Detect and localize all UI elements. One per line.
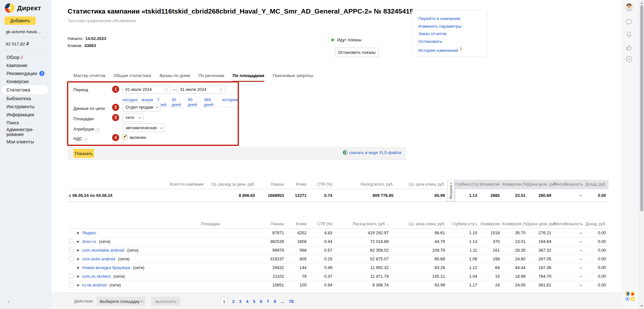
link-go-to-campaign[interactable]: Перейти в кампанию — [418, 15, 481, 23]
play-circle-icon[interactable] — [625, 55, 633, 63]
page-link[interactable]: 3 — [239, 299, 242, 304]
expand-row-icon[interactable]: + — [77, 256, 79, 262]
metrika-tab[interactable]: Метрика » — [447, 180, 454, 202]
tab-by-region[interactable]: По регионам — [198, 73, 224, 82]
sidebar-item-recommendations[interactable]: Рекомендации3 — [0, 69, 52, 77]
expand-row-icon[interactable]: + — [77, 274, 79, 279]
scrollbar-thumb[interactable] — [640, 5, 643, 211]
goal-label: Данные по цели — [73, 106, 105, 111]
user-avatar[interactable] — [625, 3, 633, 11]
sidebar-item-library[interactable]: Библиотека — [0, 94, 52, 102]
page-link-last[interactable]: 78 — [289, 299, 294, 304]
sidebar-item-overview[interactable]: Обзорβ — [0, 53, 52, 61]
tab-search-queries[interactable]: Поисковые запросы — [273, 73, 313, 82]
account-name[interactable]: gk-avtomir-haval… — [6, 29, 41, 34]
placements-select[interactable]: сети — [122, 113, 144, 122]
tab-report-wizard[interactable]: Мастер отчётов — [73, 73, 105, 82]
download-xls-link[interactable]: X скачать в виде XLS-файла — [343, 150, 402, 155]
date-from-input[interactable]: 01 июля 2024 — [122, 85, 171, 94]
row-checkbox[interactable] — [69, 274, 74, 279]
help-icon[interactable] — [96, 128, 100, 132]
calendar-icon[interactable] — [219, 88, 223, 91]
row-checkbox[interactable] — [69, 283, 74, 287]
quick-range-link[interactable]: 365 дней — [204, 97, 218, 107]
link-change-history[interactable]: История измененийβ — [418, 45, 481, 54]
quick-range-link[interactable]: история — [222, 97, 238, 107]
quick-range-link[interactable]: 90 дней — [188, 97, 200, 107]
summary-cell: 2885 — [480, 189, 502, 202]
action-select[interactable]: Выберите площадку — [97, 297, 146, 306]
tab-phrases-by-day[interactable]: Фразы по дням — [159, 73, 190, 82]
link-stop-campaign[interactable]: Остановить — [418, 38, 481, 45]
page-link[interactable]: 7 — [267, 299, 270, 304]
sidebar-item-my-clients[interactable]: Мои клиенты — [0, 138, 52, 146]
goal-select[interactable]: Отдел продаж — [122, 103, 161, 111]
page-link[interactable]: 4 — [246, 299, 249, 304]
placement-link[interactable]: com.vk.vkclient — [82, 274, 110, 279]
page-link[interactable]: 8 — [274, 299, 276, 304]
sidebar-item-campaigns[interactable]: Кампании — [0, 61, 52, 69]
placement-link[interactable]: com.avito.android — [82, 256, 115, 261]
like-thumb-icon[interactable] — [625, 43, 633, 52]
cell: 1608 — [287, 237, 309, 246]
placement-link[interactable]: ru.ok.android — [82, 283, 107, 287]
scroll-down-arrow[interactable] — [640, 305, 643, 307]
date-to-input[interactable]: 31 июля 2024 — [177, 85, 225, 94]
vat-checkbox[interactable] — [122, 134, 128, 140]
cell: – — [554, 272, 584, 281]
expand-row-icon[interactable]: + — [77, 283, 79, 288]
cell: 15 — [480, 272, 502, 281]
placement-link[interactable]: Яндекс — [82, 230, 96, 235]
cell: 194.64 — [528, 237, 554, 246]
help-icon[interactable] — [84, 138, 88, 142]
scrollbar[interactable] — [639, 0, 644, 309]
collapse-sidebar-icon[interactable]: ‹ — [8, 298, 10, 305]
sidebar-item-conversions[interactable]: Конверсии — [0, 77, 52, 85]
link-order-reports[interactable]: Заказ отчетов — [418, 30, 481, 38]
expand-row-icon[interactable]: + — [77, 239, 79, 244]
show-button[interactable]: Показать — [73, 149, 94, 158]
column-header: Конверсия (%) — [502, 220, 528, 228]
sidebar-item-information[interactable]: Информация — [0, 111, 52, 119]
yandex-services-widget[interactable] — [625, 292, 635, 301]
expand-row-icon[interactable]: + — [77, 248, 79, 253]
add-button[interactable]: Добавить — [5, 16, 36, 25]
cell: 319237 — [222, 255, 287, 263]
tab-general-statistics[interactable]: Общая статистика — [114, 73, 151, 82]
page-link[interactable]: 6 — [260, 299, 262, 304]
quick-range-link[interactable]: 30 дней — [172, 97, 184, 107]
expand-row-icon[interactable]: + — [77, 265, 79, 270]
notifications-bell-icon[interactable] — [625, 31, 633, 39]
placement-link[interactable]: Новая вкладка браузера — [82, 265, 130, 270]
page-link[interactable]: 2 — [232, 299, 235, 304]
stop-impressions-button[interactable]: Остановить показы — [335, 48, 379, 57]
sort-desc-icon[interactable]: ↓ — [387, 222, 389, 226]
sidebar-item-label: Кампании — [6, 63, 27, 68]
row-checkbox[interactable] — [69, 239, 74, 244]
tab-by-placement[interactable]: По площадкам — [232, 73, 264, 82]
sidebar-item-label: Мои клиенты — [6, 139, 34, 144]
sidebar-item-administration[interactable]: Администри-рование — [0, 127, 52, 138]
app-logo[interactable]: Директ — [5, 3, 41, 13]
attribution-select[interactable]: автоматическая — [122, 123, 165, 132]
scroll-up-arrow[interactable] — [640, 2, 643, 4]
sidebar-item-tools[interactable]: Инструменты — [0, 102, 52, 111]
chat-icon[interactable] — [625, 18, 633, 26]
placement-suffix: (сети) — [118, 256, 129, 261]
cell: 370 — [480, 237, 502, 246]
link-edit-parameters[interactable]: Изменить параметры — [418, 23, 481, 30]
row-checkbox[interactable] — [69, 256, 74, 261]
sidebar-item-search[interactable]: Поиск — [0, 119, 52, 127]
cell: 79 — [287, 272, 309, 281]
calendar-icon[interactable] — [164, 88, 168, 91]
placement-link[interactable]: dzen.ru — [82, 239, 96, 244]
placement-link[interactable]: com.vkontakte.android — [82, 248, 124, 253]
step-badge-1: 1 — [112, 86, 119, 93]
service-target-icon — [625, 297, 630, 301]
row-checkbox[interactable] — [69, 248, 74, 253]
sidebar-item-label: Рекомендации — [6, 71, 37, 76]
execute-button[interactable]: выполнить — [151, 297, 180, 306]
sidebar-item-statistics[interactable]: Статистика — [2, 85, 48, 94]
expand-row-icon[interactable]: + — [77, 230, 79, 236]
page-link[interactable]: 5 — [253, 299, 256, 304]
